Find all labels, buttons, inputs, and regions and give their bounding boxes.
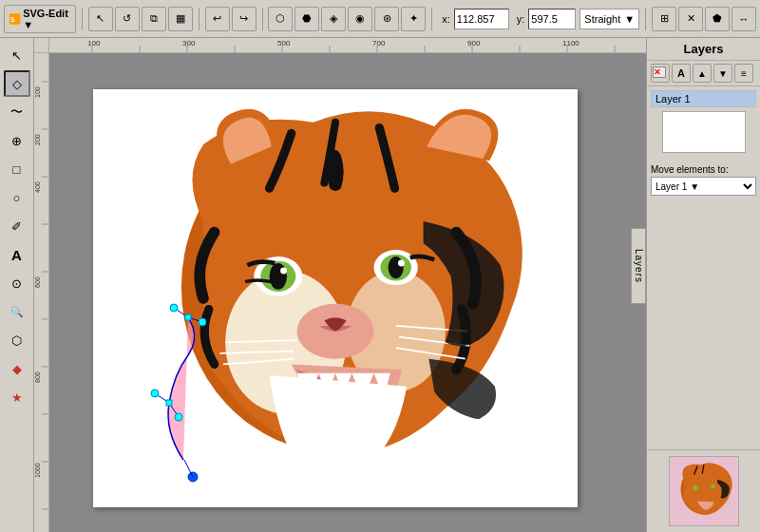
svg-point-45 — [270, 263, 288, 290]
svg-text:S: S — [10, 15, 15, 24]
star-tool[interactable]: ★ — [4, 384, 30, 410]
redo-btn[interactable]: ↪ — [232, 7, 256, 31]
svg-point-49 — [389, 256, 404, 278]
svg-text:1100: 1100 — [562, 39, 580, 48]
svg-text:800: 800 — [34, 371, 41, 383]
svg-edit-icon: S — [9, 11, 21, 27]
svg-text:500: 500 — [277, 39, 291, 48]
zoom-tool[interactable]: ⊕ — [4, 127, 30, 154]
select-mode-btn[interactable]: ↖ — [88, 7, 113, 31]
visibility-eye-btn[interactable]: ✕ — [651, 64, 670, 83]
layer-list: Layer 1 — [647, 86, 760, 161]
segment-type-arrow: ▼ — [624, 13, 635, 25]
ruler-top: 100 300 500 700 900 1100 — [49, 38, 646, 53]
x-label: x: — [442, 13, 450, 25]
ruler-left-svg: 100 200 400 600 800 1000 — [34, 53, 49, 532]
ruler-top-svg: 100 300 500 700 900 1100 — [49, 38, 646, 53]
node-edit-tool[interactable]: ◇ — [4, 70, 30, 97]
left-toolbar: ↖ ◇ 〜 ⊕ □ ○ ✐ A ⊙ 🔍 ⬡ ◆ ★ — [0, 38, 34, 532]
app-title: SVG-Edit ▼ — [23, 8, 71, 30]
move-elements-label: Move elements to: — [651, 164, 756, 175]
thumbnail-svg — [671, 458, 737, 524]
path-ops-section: ⊞ ✕ ⬟ ↔ — [652, 7, 756, 31]
svg-text:100: 100 — [34, 86, 41, 98]
svg-text:200: 200 — [34, 134, 41, 145]
y-label: y: — [517, 13, 525, 25]
node-cusp-btn[interactable]: ◈ — [321, 7, 346, 31]
break-apart-btn[interactable]: ⊞ — [652, 7, 676, 31]
segment-type-label: Straight — [584, 13, 620, 25]
node-smooth-btn[interactable]: ◉ — [348, 7, 372, 31]
svg-point-73 — [693, 485, 698, 490]
svg-text:700: 700 — [372, 39, 386, 48]
main-area: ↖ ◇ 〜 ⊕ □ ○ ✐ A ⊙ 🔍 ⬡ ◆ ★ — [0, 38, 760, 532]
layer-add-btn[interactable]: ▲ — [693, 64, 712, 83]
app-logo[interactable]: S SVG-Edit ▼ — [4, 5, 76, 33]
paint-bucket-tool[interactable]: ◆ — [4, 355, 30, 382]
panel-spacer — [647, 200, 760, 449]
svg-text:100: 100 — [87, 39, 101, 48]
layers-side-tab[interactable]: Layers — [631, 228, 646, 304]
layer-preview — [662, 111, 746, 153]
sep5 — [645, 8, 646, 30]
layer-item-name: Layer 1 — [656, 93, 691, 104]
canvas-area: 100 300 500 700 900 1100 — [34, 38, 646, 532]
ruler-corner — [34, 38, 49, 53]
spray-tool[interactable]: ⊙ — [4, 270, 30, 296]
svg-rect-21 — [34, 53, 49, 532]
undo-btn[interactable]: ↩ — [205, 7, 230, 31]
text-tool[interactable]: A — [4, 241, 30, 268]
svg-point-74 — [711, 484, 715, 488]
node-symmetric-btn[interactable]: ⊛ — [374, 7, 399, 31]
layer-move-down-btn[interactable]: ▼ — [713, 64, 732, 83]
node-tools-section: ↖ ↺ ⧉ ▦ — [88, 7, 193, 31]
reverse-btn[interactable]: ↔ — [732, 7, 756, 31]
layer-menu-btn[interactable]: ≡ — [734, 64, 753, 83]
svg-text:600: 600 — [34, 276, 41, 288]
top-toolbar: S SVG-Edit ▼ ↖ ↺ ⧉ ▦ ↩ ↪ ⬡ ⬣ ◈ ◉ ⊛ ✦ x: … — [0, 0, 760, 38]
undo-redo-section: ↩ ↪ — [205, 7, 256, 31]
magnify-tool[interactable]: 🔍 — [4, 298, 30, 325]
svg-point-57 — [302, 381, 368, 425]
sep2 — [199, 8, 200, 30]
canvas-white — [93, 89, 578, 507]
layers-panel-title: Layers — [647, 38, 760, 61]
layers-tab-label: Layers — [634, 249, 644, 283]
svg-text:1000: 1000 — [34, 463, 41, 478]
rect-tool[interactable]: □ — [4, 156, 30, 182]
clone-btn[interactable]: ⧉ — [142, 7, 166, 31]
thumbnail-section — [647, 449, 760, 532]
svg-text:300: 300 — [182, 39, 196, 48]
node-ops-section: ⬡ ⬣ ◈ ◉ ⊛ ✦ — [268, 7, 426, 31]
layers-toolbar: ✕ A ▲ ▼ ≡ — [647, 61, 760, 86]
ruler-left: 100 200 400 600 800 1000 — [34, 53, 49, 532]
sep1 — [82, 8, 83, 30]
pointer-tool[interactable]: ↖ — [4, 42, 30, 68]
node-add-btn[interactable]: ⬡ — [268, 7, 293, 31]
move-elements-select[interactable]: Layer 1 ▼ — [651, 177, 756, 196]
x-input[interactable] — [454, 9, 509, 29]
svg-text:400: 400 — [34, 181, 41, 193]
canvas-thumbnail — [669, 456, 739, 526]
layer-item[interactable]: Layer 1 — [651, 90, 756, 107]
tiger-svg[interactable] — [93, 89, 578, 507]
to-path-btn[interactable]: ⬟ — [705, 7, 730, 31]
layers-panel: Layers ✕ A ▲ ▼ ≡ Layer 1 Move elemen — [646, 38, 760, 532]
grid-btn[interactable]: ▦ — [168, 7, 193, 31]
sep3 — [262, 8, 263, 30]
pencil-tool[interactable]: ✐ — [4, 213, 30, 239]
svg-point-58 — [292, 430, 380, 496]
join-btn[interactable]: ✕ — [678, 7, 703, 31]
ellipse-tool[interactable]: ○ — [4, 184, 30, 211]
tweak-tool[interactable]: 〜 — [4, 99, 30, 125]
node-delete-btn[interactable]: ⬣ — [294, 7, 319, 31]
segment-type-dropdown[interactable]: Straight ▼ — [580, 9, 639, 29]
node-auto-btn[interactable]: ✦ — [401, 7, 426, 31]
sep4 — [431, 8, 432, 30]
rotate-btn[interactable]: ↺ — [115, 7, 140, 31]
layer-label-btn[interactable]: A — [672, 64, 691, 83]
y-input[interactable] — [528, 9, 576, 29]
move-elements-section: Move elements to: Layer 1 ▼ — [647, 161, 760, 200]
gradient-tool[interactable]: ⬡ — [4, 327, 30, 353]
svg-point-50 — [398, 259, 405, 266]
